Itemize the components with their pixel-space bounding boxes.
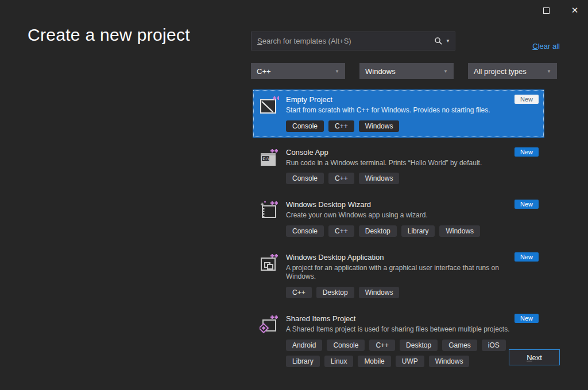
- tag-chip[interactable]: Windows: [359, 287, 400, 298]
- template-description: Create your own Windows app using a wiza…: [286, 211, 480, 220]
- language-filter-value: C++: [257, 67, 271, 76]
- tag-chip[interactable]: Library: [286, 356, 320, 367]
- next-button[interactable]: Next: [509, 349, 560, 365]
- tag-chip[interactable]: Console: [286, 173, 324, 184]
- search-input[interactable]: Search for templates (Alt+S) ▼: [251, 32, 455, 50]
- caret-down-icon[interactable]: ▼: [446, 38, 450, 44]
- tag-chip[interactable]: iOS: [482, 340, 506, 351]
- icon-text: C:\: [263, 157, 270, 161]
- tag-chip[interactable]: Games: [442, 340, 477, 351]
- tag-list: C++DesktopWindows: [286, 287, 499, 298]
- new-badge: New: [514, 147, 539, 157]
- template-title: Empty Project: [286, 95, 490, 104]
- desktop-application-icon: [260, 253, 279, 273]
- tag-chip[interactable]: UWP: [396, 356, 424, 367]
- caret-down-icon: ▼: [443, 69, 448, 74]
- tag-chip[interactable]: Desktop: [400, 340, 438, 351]
- shared-items-icon: [260, 315, 279, 334]
- template-item[interactable]: Empty Project Start from scratch with C+…: [253, 89, 544, 138]
- tag-list: ConsoleC++Windows: [286, 173, 482, 184]
- template-title: Windows Desktop Application: [286, 253, 499, 262]
- page-title: Create a new project: [28, 25, 190, 45]
- tag-chip[interactable]: C++: [328, 120, 354, 132]
- tag-chip[interactable]: Desktop: [316, 287, 354, 298]
- caret-down-icon: ▼: [335, 69, 339, 74]
- new-badge: New: [514, 252, 539, 262]
- close-icon: ✕: [571, 5, 579, 15]
- tag-chip[interactable]: C++: [328, 225, 354, 237]
- tag-chip[interactable]: C++: [328, 173, 354, 184]
- tag-chip[interactable]: Windows: [359, 173, 400, 184]
- tag-chip[interactable]: Windows: [429, 356, 470, 367]
- template-description: Start from scratch with C++ for Windows.…: [286, 106, 490, 115]
- template-item[interactable]: Windows Desktop Wizard Create your own W…: [253, 194, 544, 243]
- new-badge: New: [514, 95, 539, 104]
- tag-chip[interactable]: Library: [401, 225, 435, 237]
- maximize-button[interactable]: [537, 3, 555, 18]
- tag-chip[interactable]: Windows: [439, 225, 480, 237]
- platform-filter-value: Windows: [365, 67, 396, 76]
- console-app-icon: C:\: [260, 149, 279, 168]
- template-title: Windows Desktop Wizard: [286, 200, 480, 209]
- project-type-filter-value: All project types: [474, 67, 527, 76]
- magnifier-icon: [434, 37, 443, 45]
- tag-list: AndroidConsoleC++DesktopGamesiOSLibraryL…: [286, 340, 524, 367]
- tag-chip[interactable]: Linux: [324, 356, 354, 367]
- template-title: Console App: [286, 148, 482, 157]
- template-item[interactable]: C:\ Console App Run code in a Windows te…: [253, 142, 544, 190]
- caret-down-icon: ▼: [547, 69, 551, 74]
- template-list: Empty Project Start from scratch with C+…: [253, 89, 544, 373]
- template-item[interactable]: Windows Desktop Application A project fo…: [253, 247, 544, 304]
- template-item[interactable]: Shared Items Project A Shared Items proj…: [253, 309, 544, 373]
- template-description: Run code in a Windows terminal. Prints “…: [286, 159, 482, 168]
- tag-list: ConsoleC++Windows: [286, 120, 490, 132]
- tag-chip[interactable]: C++: [286, 287, 312, 298]
- template-description: A project for an application with a grap…: [286, 264, 499, 282]
- tag-chip[interactable]: Console: [327, 340, 365, 351]
- clear-all-link[interactable]: Clear all: [532, 42, 560, 50]
- desktop-wizard-icon: [260, 201, 279, 220]
- language-filter-dropdown[interactable]: C++ ▼: [251, 63, 345, 79]
- platform-filter-dropdown[interactable]: Windows ▼: [359, 63, 454, 79]
- new-badge: New: [514, 314, 539, 323]
- tag-list: ConsoleC++DesktopLibraryWindows: [286, 225, 480, 237]
- tag-chip[interactable]: Console: [286, 225, 324, 237]
- close-button[interactable]: ✕: [566, 3, 583, 18]
- empty-project-icon: [260, 96, 279, 115]
- tag-chip[interactable]: C++: [369, 340, 395, 351]
- tag-chip[interactable]: Desktop: [359, 225, 397, 237]
- template-title: Shared Items Project: [286, 314, 524, 323]
- search-placeholder: Search for templates (Alt+S): [257, 37, 434, 45]
- tag-chip[interactable]: Android: [286, 340, 322, 351]
- tag-chip[interactable]: Mobile: [358, 356, 390, 367]
- template-description: A Shared Items project is used for shari…: [286, 325, 524, 334]
- tag-chip[interactable]: Console: [286, 120, 324, 132]
- new-badge: New: [514, 200, 539, 209]
- tag-chip[interactable]: Windows: [359, 120, 400, 132]
- project-type-filter-dropdown[interactable]: All project types ▼: [468, 63, 557, 79]
- maximize-icon: [543, 7, 550, 14]
